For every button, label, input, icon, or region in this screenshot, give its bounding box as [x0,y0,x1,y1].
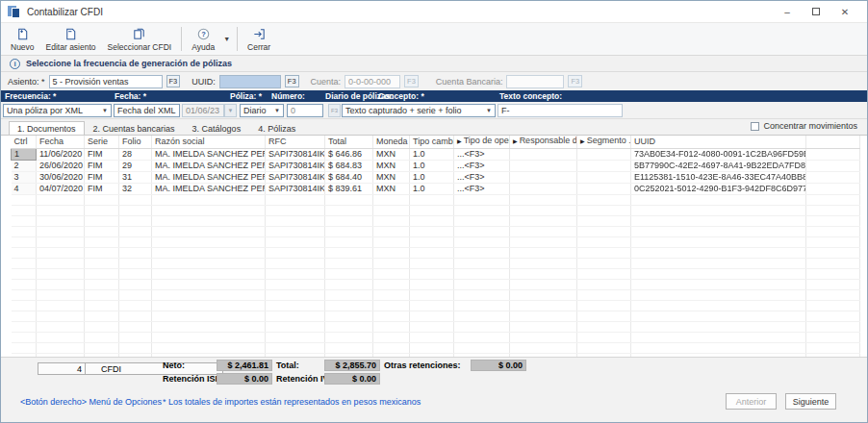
cell-rfc[interactable]: SAPI730814IK8 [266,183,325,194]
anterior-button[interactable]: Anterior [726,393,777,410]
cuenta-bancaria-f3-button[interactable]: F3 [568,75,582,87]
uuid-input[interactable] [219,75,281,88]
cell-total[interactable]: $ 646.86 [325,148,373,160]
cell-uuid[interactable]: 5B77990C-42E2-4697-8A41-9B22EDA7FD86 [631,160,806,171]
cell-ctrl[interactable]: 3 [12,171,37,183]
cell-segmento[interactable] [577,148,631,160]
numero-input[interactable]: 0 [287,104,323,117]
table-row[interactable]: 2 26/06/2020 FIM 29 MA. IMELDA SANCHEZ P… [12,160,860,171]
editar-asiento-button[interactable]: Editar asiento [40,24,102,54]
cell-fecha[interactable]: 26/06/2020 [37,160,85,171]
cell-responsable[interactable] [510,171,577,183]
cell-tipo-oper[interactable]: ...<F3> [454,148,510,160]
table-row[interactable]: 1 11/06/2020 FIM 28 MA. IMELDA SANCHEZ P… [12,148,860,160]
cell-folio[interactable]: 31 [119,171,152,183]
col-folio[interactable]: Folio [119,136,152,148]
col-fecha[interactable]: Fecha [37,136,85,148]
cell-moneda[interactable]: MXN [373,183,410,194]
cell-folio[interactable]: 28 [119,148,152,160]
cell-segmento[interactable] [577,160,631,171]
cell-razon-social[interactable]: MA. IMELDA SANCHEZ PEREZ [152,183,266,194]
maximize-button[interactable] [802,2,830,21]
minimize-button[interactable]: – [773,2,802,21]
cuenta-bancaria-input[interactable] [506,75,564,88]
nuevo-button[interactable]: Nuevo [5,24,40,54]
fecha-dia-dropdown-button[interactable]: ▼ [224,104,237,117]
cell-total[interactable]: $ 684.40 [325,171,373,183]
col-tipo-cambio[interactable]: Tipo cambio [410,136,454,148]
texto-concepto-input[interactable]: F- [498,104,623,117]
cell-rfc[interactable]: SAPI730814IK8 [266,148,325,160]
col-total[interactable]: Total [325,136,373,148]
cell-moneda[interactable]: MXN [373,171,410,183]
cell-moneda[interactable]: MXN [373,148,410,160]
cell-tipo-cambio[interactable]: 1.0 [410,171,454,183]
cell-fecha[interactable]: 04/07/2020 [37,183,85,194]
table-row[interactable]: 4 04/07/2020 FIM 32 MA. IMELDA SANCHEZ P… [12,183,860,194]
col-ctrl[interactable]: Ctrl [12,136,37,148]
fecha-select[interactable]: Fecha del XML▼ [114,104,180,117]
cell-serie[interactable]: FIM [85,171,119,183]
cell-serie[interactable]: FIM [85,160,119,171]
cell-fecha[interactable]: 11/06/2020 [37,148,85,160]
seleccionar-cfdi-button[interactable]: Seleccionar CFDI [102,24,178,54]
col-moneda[interactable]: Moneda [373,136,410,148]
close-button[interactable]: ✕ [830,2,859,21]
diario-polizas-f3-button[interactable]: F3 [328,104,341,117]
cell-tipo-oper[interactable]: ...<F3> [454,183,510,194]
concepto-select[interactable]: Texto capturado + serie + folio▼ [342,104,496,117]
tab-documentos[interactable]: 1. Documentos [9,121,85,135]
cell-tipo-cambio[interactable]: 1.0 [410,148,454,160]
cell-tipo-oper[interactable]: ...<F3> [454,171,510,183]
cell-serie[interactable]: FIM [85,148,119,160]
cell-rfc[interactable]: SAPI730814IK8 [266,160,325,171]
tab-cuentas-bancarias[interactable]: 2. Cuentas bancarias [85,121,184,135]
cell-responsable[interactable] [510,183,577,194]
col-uuid[interactable]: UUID [631,136,806,148]
cell-segmento[interactable] [577,183,631,194]
tab-polizas[interactable]: 4. Pólizas [249,121,304,135]
poliza-select[interactable]: Diario▼ [240,104,284,117]
concentrar-movimientos-checkbox[interactable] [751,122,759,131]
cell-uuid[interactable]: 0C252021-5012-4290-B1F3-942DF8C6D977 [631,183,806,194]
cell-uuid[interactable]: E1125381-1510-423E-8A46-33EC47A40BB8 [631,171,806,183]
col-razon-social[interactable]: Razón social [152,136,266,148]
tab-catalogos[interactable]: 3. Catálogos [184,121,250,135]
ayuda-dropdown-arrow[interactable]: ▼ [220,24,233,54]
col-segmento[interactable]: ▶Segmento ... [577,136,631,148]
cell-razon-social[interactable]: MA. IMELDA SANCHEZ PEREZ [152,171,266,183]
cell-tipo-cambio[interactable]: 1.0 [410,183,454,194]
cell-moneda[interactable]: MXN [373,160,410,171]
col-rfc[interactable]: RFC [266,136,325,148]
cell-razon-social[interactable]: MA. IMELDA SANCHEZ PEREZ [152,160,266,171]
cell-serie[interactable]: FIM [85,183,119,194]
table-row[interactable]: 3 30/06/2020 FIM 31 MA. IMELDA SANCHEZ P… [12,171,860,183]
cell-ctrl[interactable]: 2 [12,160,37,171]
cell-ctrl[interactable]: 4 [12,183,37,194]
ayuda-button[interactable]: ? Ayuda [186,24,220,54]
cell-ctrl[interactable]: 1 [12,148,37,160]
cell-folio[interactable]: 32 [119,183,152,194]
fecha-dia-input[interactable]: 01/06/23 [182,104,224,117]
col-tipo-oper[interactable]: ▶Tipo de oper... [454,136,510,148]
cerrar-button[interactable]: Cerrar [242,24,276,54]
cell-uuid[interactable]: 73AB0E34-F012-4080-0091-1C2BA96FD59E [631,148,806,160]
frecuencia-select[interactable]: Una póliza por XML▼ [3,104,112,117]
siguiente-button[interactable]: Siguiente [785,393,836,410]
cuenta-input[interactable]: 0-0-00-000 [345,75,400,88]
col-serie[interactable]: Serie [85,136,119,148]
cell-responsable[interactable] [510,160,577,171]
col-responsable[interactable]: ▶Responsable de ... [510,136,577,148]
asiento-input[interactable]: 5 - Provisión ventas [49,75,163,88]
uuid-f3-button[interactable]: F3 [285,75,299,87]
cell-total[interactable]: $ 684.83 [325,160,373,171]
cell-total[interactable]: $ 839.61 [325,183,373,194]
cell-tipo-cambio[interactable]: 1.0 [410,160,454,171]
cell-responsable[interactable] [510,148,577,160]
cell-folio[interactable]: 29 [119,160,152,171]
cell-razon-social[interactable]: MA. IMELDA SANCHEZ PEREZ [152,148,266,160]
asiento-f3-button[interactable]: F3 [166,75,181,87]
cuenta-f3-button[interactable]: F3 [404,75,419,87]
cell-fecha[interactable]: 30/06/2020 [37,171,85,183]
cell-rfc[interactable]: SAPI730814IK8 [266,171,325,183]
